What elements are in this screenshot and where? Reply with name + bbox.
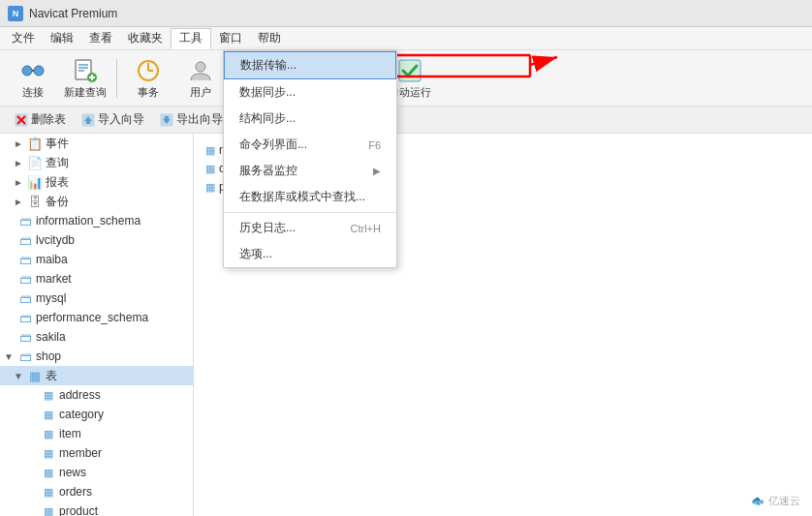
sidebar-db-market[interactable]: 🗃 market bbox=[0, 269, 193, 288]
sidebar-db-maiba[interactable]: 🗃 maiba bbox=[0, 250, 193, 269]
sidebar-item-queries[interactable]: ► 📄 查询 bbox=[0, 153, 193, 172]
btn-delete-table[interactable]: 删除表 bbox=[8, 108, 73, 131]
events-arrow: ► bbox=[14, 138, 27, 149]
content-product-icon: ▦ bbox=[205, 181, 215, 194]
connect-icon bbox=[19, 57, 47, 84]
orders-icon: ▦ bbox=[41, 484, 56, 500]
sidebar-table-address[interactable]: ▦ address bbox=[0, 385, 193, 405]
btn-export-wizard[interactable]: 导出向导 bbox=[153, 108, 230, 131]
sidebar-db-information-schema[interactable]: 🗃 information_schema bbox=[0, 211, 193, 230]
menu-bar: 文件 编辑 查看 收藏夹 工具 窗口 帮助 bbox=[0, 27, 812, 50]
svg-point-0 bbox=[22, 66, 32, 76]
queries-icon: 📄 bbox=[27, 155, 43, 170]
dropdown-data-sync[interactable]: 数据同步... bbox=[224, 79, 396, 106]
btn-user[interactable]: 用户 bbox=[175, 54, 226, 103]
info-schema-label: information_schema bbox=[36, 214, 141, 228]
dropdown-find-in-db[interactable]: 在数据库或模式中查找... bbox=[224, 184, 396, 210]
dropdown-options[interactable]: 选项... bbox=[224, 241, 396, 267]
menu-favorites[interactable]: 收藏夹 bbox=[120, 28, 171, 49]
sidebar-item-reports[interactable]: ► 📊 报表 bbox=[0, 172, 193, 192]
btn-transaction[interactable]: 事务 bbox=[123, 54, 173, 103]
tables-arrow: ▼ bbox=[14, 371, 27, 381]
market-label: market bbox=[36, 272, 72, 286]
sidebar-item-events[interactable]: ► 📋 事件 bbox=[0, 134, 193, 153]
category-icon: ▦ bbox=[41, 407, 56, 422]
reports-label: 报表 bbox=[46, 174, 69, 191]
mysql-icon: 🗃 bbox=[17, 290, 33, 306]
content-orders-icon: ▦ bbox=[205, 163, 215, 175]
sidebar-item-backup[interactable]: ► 🗄 备份 bbox=[0, 192, 193, 211]
sakila-icon: 🗃 bbox=[17, 329, 33, 345]
connect-label: 连接 bbox=[22, 86, 44, 99]
sidebar-db-mysql[interactable]: 🗃 mysql bbox=[0, 288, 193, 308]
transaction-label: 事务 bbox=[138, 86, 159, 99]
perf-schema-label: performance_schema bbox=[36, 311, 148, 324]
market-icon: 🗃 bbox=[17, 271, 33, 287]
command-line-shortcut: F6 bbox=[368, 139, 381, 151]
user-label: 用户 bbox=[190, 86, 211, 99]
dropdown-command-line[interactable]: 命令列界面... F6 bbox=[224, 132, 396, 158]
sidebar-table-news[interactable]: ▦ news bbox=[0, 463, 193, 482]
menu-tools[interactable]: 工具 bbox=[171, 28, 211, 49]
member-label: member bbox=[59, 446, 102, 460]
btn-connect[interactable]: 连接 bbox=[8, 54, 58, 103]
new-query-icon bbox=[72, 57, 99, 84]
sidebar-db-shop[interactable]: ▼ 🗃 shop bbox=[0, 347, 193, 366]
delete-table-icon bbox=[15, 113, 28, 127]
dropdown-separator bbox=[224, 212, 396, 213]
watermark-icon: 🐟 bbox=[751, 495, 765, 507]
app-title: Navicat Premium bbox=[29, 7, 117, 20]
btn-new-query[interactable]: 新建查询 bbox=[60, 54, 110, 103]
backup-label-tree: 备份 bbox=[46, 194, 69, 210]
lvcitydb-label: lvcitydb bbox=[36, 233, 75, 247]
sidebar-db-performance-schema[interactable]: 🗃 performance_schema bbox=[0, 308, 193, 327]
export-wizard-label: 导出向导 bbox=[176, 111, 223, 128]
maiba-label: maiba bbox=[36, 253, 68, 266]
structure-sync-label: 结构同步... bbox=[239, 110, 296, 127]
sidebar-db-lvcitydb[interactable]: 🗃 lvcitydb bbox=[0, 230, 193, 250]
dropdown-structure-sync[interactable]: 结构同步... bbox=[224, 106, 396, 132]
server-monitor-arrow: ▶ bbox=[373, 166, 381, 176]
btn-import-wizard[interactable]: 导入向导 bbox=[75, 108, 151, 131]
history-log-label: 历史日志... bbox=[239, 220, 296, 236]
item-label: item bbox=[59, 427, 81, 440]
lvcitydb-icon: 🗃 bbox=[17, 232, 33, 248]
dropdown-server-monitor[interactable]: 服务器监控 ▶ bbox=[224, 158, 396, 184]
toolbar: 连接 新建查询 事务 bbox=[0, 50, 812, 106]
queries-arrow: ► bbox=[14, 158, 27, 168]
menu-file[interactable]: 文件 bbox=[4, 28, 43, 49]
dropdown-history-log[interactable]: 历史日志... Ctrl+H bbox=[224, 215, 396, 241]
menu-edit[interactable]: 编辑 bbox=[43, 28, 81, 49]
orders-label: orders bbox=[59, 485, 92, 499]
tables-icon: ▦ bbox=[27, 368, 43, 383]
sidebar-table-category[interactable]: ▦ category bbox=[0, 405, 193, 424]
sakila-label: sakila bbox=[36, 330, 66, 344]
shop-arrow: ▼ bbox=[4, 351, 17, 362]
sidebar-table-orders[interactable]: ▦ orders bbox=[0, 482, 193, 501]
main-area: ► 📋 事件 ► 📄 查询 ► 📊 报表 ► 🗄 备份 🗃 informatio… bbox=[0, 134, 812, 516]
menu-help[interactable]: 帮助 bbox=[250, 28, 289, 49]
queries-label: 查询 bbox=[46, 155, 69, 171]
toolbar-sep-1 bbox=[116, 59, 117, 98]
sidebar-folder-tables[interactable]: ▼ ▦ 表 bbox=[0, 366, 193, 385]
menu-window[interactable]: 窗口 bbox=[211, 28, 250, 49]
mysql-label: mysql bbox=[36, 291, 66, 305]
dropdown-data-transfer[interactable]: 数据传输... bbox=[224, 51, 396, 79]
info-schema-icon: 🗃 bbox=[17, 213, 33, 228]
backup-tree-arrow: ► bbox=[14, 197, 27, 207]
import-icon bbox=[81, 113, 95, 127]
transaction-icon bbox=[135, 57, 162, 84]
app-icon: N bbox=[8, 6, 23, 21]
watermark: 🐟 亿速云 bbox=[751, 494, 800, 508]
maiba-icon: 🗃 bbox=[17, 252, 33, 267]
sidebar-db-sakila[interactable]: 🗃 sakila bbox=[0, 327, 193, 347]
sidebar-table-item[interactable]: ▦ item bbox=[0, 424, 193, 443]
menu-view[interactable]: 查看 bbox=[81, 28, 120, 49]
options-label: 选项... bbox=[239, 246, 272, 262]
import-wizard-label: 导入向导 bbox=[98, 111, 144, 128]
reports-arrow: ► bbox=[14, 177, 27, 188]
product-label: product bbox=[59, 504, 98, 516]
sidebar-table-product[interactable]: ▦ product bbox=[0, 501, 193, 516]
secondary-toolbar: 删除表 导入向导 导出向导 bbox=[0, 106, 812, 134]
sidebar-table-member[interactable]: ▦ member bbox=[0, 443, 193, 463]
